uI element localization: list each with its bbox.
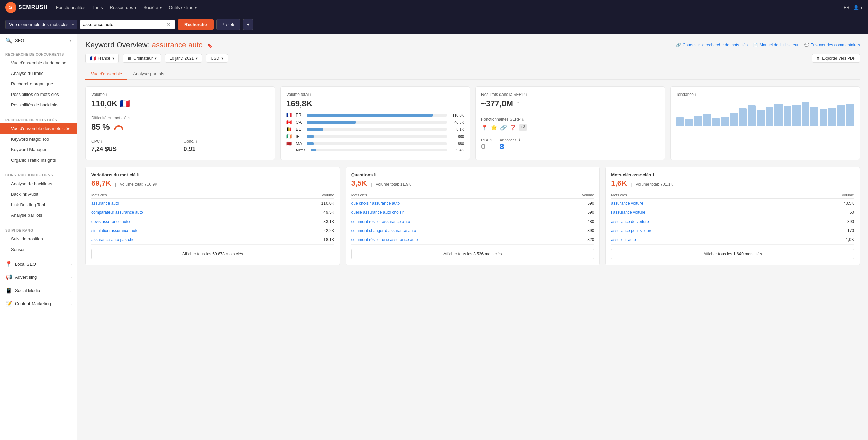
- date-filter[interactable]: 10 janv. 2021 ▾: [165, 54, 202, 63]
- kw-link[interactable]: comment résilier une assurance auto: [351, 237, 418, 242]
- page-title: Keyword Overview: assurance auto 🔖: [85, 41, 213, 49]
- tab-analyse-lots[interactable]: Analyse par lots: [127, 68, 170, 80]
- kw-link[interactable]: devis assurance auto: [91, 219, 130, 224]
- top-nav: S SEMRUSH Fonctionnalités Tarifs Ressour…: [0, 0, 868, 15]
- nav-link-outils[interactable]: Outils extras ▾: [169, 5, 197, 10]
- kw-link[interactable]: assurance auto pas cher: [91, 237, 136, 242]
- course-link[interactable]: 🔗 Cours sur la recherche de mots clés: [676, 43, 748, 47]
- trend-bar: [792, 105, 800, 126]
- nav-link-ressources[interactable]: Ressources ▾: [110, 5, 137, 10]
- content-marketing-arrow: ›: [70, 302, 72, 306]
- feedback-link[interactable]: 💬 Envoyer des commentaires: [804, 43, 860, 47]
- sidebar-item-vue-domaine[interactable]: Vue d'ensemble du domaine: [0, 58, 77, 68]
- kw-link[interactable]: assurance de voiture: [611, 219, 649, 224]
- kw-link[interactable]: assurance auto: [91, 201, 119, 206]
- kw-link[interactable]: assurance voiture: [611, 201, 643, 206]
- export-button[interactable]: ⬆ Exporter vers PDF: [812, 54, 860, 63]
- sidebar-category-advertising[interactable]: 📢 Advertising ›: [0, 271, 77, 284]
- flag-fr: 🇫🇷: [286, 112, 293, 118]
- kw-link[interactable]: simulation assurance auto: [91, 228, 138, 233]
- kw-link[interactable]: quelle assurance auto choisir: [351, 210, 404, 215]
- sidebar-item-analyse-lots[interactable]: Analyse par lots: [0, 210, 77, 221]
- seo-label: SEO: [15, 38, 24, 43]
- bar-be: [307, 128, 323, 131]
- kw-link[interactable]: comment changer d assurance auto: [351, 228, 416, 233]
- sidebar-item-analyse-trafic[interactable]: Analyse du trafic: [0, 68, 77, 79]
- advertising-label: Advertising: [15, 275, 37, 280]
- sidebar-item-link-building[interactable]: Link Building Tool: [0, 200, 77, 210]
- currency-filter[interactable]: USD ▾: [206, 54, 228, 63]
- kw-link[interactable]: l assurance voiture: [611, 210, 645, 215]
- sidebar-item-recherche-organique[interactable]: Recherche organique: [0, 79, 77, 89]
- variations-info-icon[interactable]: ℹ: [137, 172, 139, 177]
- sidebar-item-organic-traffic[interactable]: Organic Traffic Insights: [0, 155, 77, 165]
- metrics-row: Volume ℹ 110,0K 🇫🇷 Difficulté du mot clé…: [85, 86, 860, 160]
- associated-show-all[interactable]: Afficher tous les 1 640 mots clés: [611, 249, 854, 259]
- sidebar-category-social-media[interactable]: 📱 Social Media ›: [0, 284, 77, 297]
- device-icon: 🖥: [127, 56, 131, 61]
- manual-icon: 📄: [753, 43, 758, 47]
- bottom-grid: Variations du mot clé ℹ 69,7K | Volume t…: [85, 167, 860, 265]
- volume-total-info-icon[interactable]: ℹ: [310, 92, 311, 97]
- tab-vue-ensemble[interactable]: Vue d'ensemble: [85, 68, 127, 80]
- search-input[interactable]: [83, 22, 165, 27]
- nav-link-fonctionnalites[interactable]: Fonctionnalités: [56, 5, 85, 10]
- annonces-info-icon[interactable]: ℹ: [519, 138, 520, 142]
- tendance-info-icon[interactable]: ℹ: [695, 92, 696, 97]
- kw-link[interactable]: assurance pour voiture: [611, 228, 652, 233]
- user-menu[interactable]: 👤 ▾: [853, 5, 863, 10]
- variations-show-all[interactable]: Afficher tous les 69 678 mots clés: [91, 249, 334, 259]
- sidebar-item-possibilites-backlinks[interactable]: Possibilités de backlinks: [0, 100, 77, 110]
- volume-info-icon[interactable]: ℹ: [106, 92, 107, 97]
- sidebar-item-keyword-manager[interactable]: Keyword Manager: [0, 144, 77, 155]
- serp-copy-icon[interactable]: 🗒: [516, 102, 520, 107]
- serp-features-info[interactable]: ℹ: [522, 117, 524, 122]
- nav-link-societe[interactable]: Société ▾: [143, 5, 162, 10]
- table-row: comparateur assurance auto49,5K: [91, 208, 334, 217]
- nav-link-tarifs[interactable]: Tarifs: [92, 5, 103, 10]
- sidebar-item-backlink-audit[interactable]: Backlink Audit: [0, 189, 77, 200]
- sidebar-item-sensor[interactable]: Sensor: [0, 244, 77, 255]
- difficulty-info-icon[interactable]: ℹ: [128, 116, 130, 120]
- vol-cell: 480: [556, 217, 594, 226]
- questions-show-all[interactable]: Afficher tous les 3 536 mots clés: [351, 249, 594, 259]
- main-content: Keyword Overview: assurance auto 🔖 🔗 Cou…: [77, 34, 868, 440]
- kw-link[interactable]: comment resilier assurance auto: [351, 219, 410, 224]
- country-filter[interactable]: 🇫🇷 France ▾: [85, 54, 119, 63]
- logo[interactable]: S SEMRUSH: [5, 2, 48, 13]
- device-filter[interactable]: 🖥 Ordinateur ▾: [123, 54, 161, 63]
- trend-bar: [802, 102, 809, 126]
- cpc-info-icon[interactable]: ℹ: [101, 139, 102, 144]
- kw-link[interactable]: comparateur assurance auto: [91, 210, 143, 215]
- add-project-button[interactable]: +: [243, 19, 253, 30]
- kw-link[interactable]: assureur auto: [611, 237, 636, 242]
- table-row: assureur auto1,0K: [611, 235, 854, 245]
- serp-question-icon: ❓: [510, 124, 516, 131]
- sidebar-item-analyse-backlinks[interactable]: Analyse de backlinks: [0, 179, 77, 189]
- associated-info-icon[interactable]: ℹ: [652, 172, 654, 177]
- bookmark-icon[interactable]: 🔖: [207, 43, 213, 48]
- sidebar-item-suivi-position[interactable]: Suivi de position: [0, 234, 77, 244]
- sidebar-category-content-marketing[interactable]: 📝 Content Marketing ›: [0, 297, 77, 310]
- serp-info-icon[interactable]: ℹ: [526, 92, 527, 97]
- sidebar-item-possibilites-mots[interactable]: Possibilités de mots clés: [0, 89, 77, 100]
- kw-link[interactable]: que choisir assurance auto: [351, 201, 400, 206]
- flag-ma: 🇲🇦: [286, 141, 293, 146]
- sidebar-category-local-seo[interactable]: 📍 Local SEO ›: [0, 257, 77, 271]
- search-button[interactable]: Recherche: [178, 19, 214, 30]
- conc-info-icon[interactable]: ℹ: [196, 139, 197, 144]
- sidebar-item-keyword-magic[interactable]: Keyword Magic Tool: [0, 134, 77, 144]
- manual-link[interactable]: 📄 Manuel de l'utilisateur: [753, 43, 799, 47]
- lang-selector[interactable]: FR: [844, 5, 849, 10]
- questions-table: Mots clés Volume que choisir assurance a…: [351, 192, 594, 245]
- projects-button[interactable]: Projets: [216, 19, 240, 30]
- volume-value: 110,0K 🇫🇷: [91, 99, 269, 108]
- sidebar-item-vue-mots-cles[interactable]: Vue d'ensemble des mots clés: [0, 123, 77, 134]
- serp-value: ~377,0M: [481, 99, 513, 108]
- questions-info-icon[interactable]: ℹ: [374, 172, 376, 177]
- card-variations: Variations du mot clé ℹ 69,7K | Volume t…: [85, 167, 340, 265]
- pla-info-icon[interactable]: ℹ: [490, 138, 492, 142]
- sidebar-category-seo[interactable]: 🔍 SEO ▾: [0, 34, 77, 47]
- view-select[interactable]: Vue d'ensemble des mots clés: [5, 20, 77, 29]
- search-clear-icon[interactable]: ✕: [165, 21, 172, 28]
